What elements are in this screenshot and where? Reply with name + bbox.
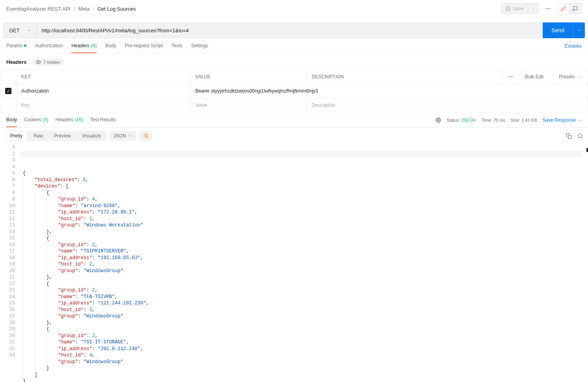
col-actions[interactable] [503,70,520,84]
dot-indicator [24,45,26,47]
tab-count: (15) [74,117,83,122]
table-row-new[interactable]: Key Value Description [0,98,588,112]
view-pretty[interactable]: Pretty [5,131,28,141]
tab-count: (8) [91,43,97,48]
headers-table: KEY VALUE DESCRIPTION Bulk Edit Presets … [0,70,588,112]
tab-count: (3) [43,117,48,122]
resp-tab-cookies[interactable]: Cookies (3) [24,117,48,127]
tab-label: Cookies [24,117,41,122]
tab-headers[interactable]: Headers (8) [71,43,96,53]
eye-icon [36,59,41,65]
presets-button[interactable]: Presets [554,70,588,84]
svg-point-2 [549,8,550,9]
chevron-down-icon [577,75,581,79]
send-label: Send [551,27,564,33]
svg-point-1 [547,8,548,9]
save-response-button[interactable]: Save Response [542,117,582,123]
wrap-button[interactable] [139,131,152,141]
dots-icon [508,74,513,80]
resp-tab-body[interactable]: Body [6,117,17,127]
crumb-sep2: / [93,6,95,12]
tab-prerequest[interactable]: Pre-request Script [125,43,163,53]
time-text: Time: 70 ms [481,118,505,122]
code-content[interactable]: { "total_devices": 5, "devices": [ { "gr… [20,144,588,382]
method-value: GET [9,28,20,33]
format-label: JSON [113,133,126,139]
svg-point-12 [578,134,582,137]
key-input[interactable]: Key [17,98,191,112]
pencil-icon [560,6,566,11]
table-row[interactable]: ✓ Authorization Bearer otyyytrhzdktzwrjo… [0,84,588,98]
tab-settings[interactable]: Settings [191,43,208,53]
svg-point-6 [512,76,512,77]
save-label: Save [513,6,524,11]
method-select[interactable]: GET [3,22,37,38]
headers-title: Headers [6,59,26,65]
minimap-thumb[interactable] [586,148,588,152]
comment-icon [573,6,578,11]
tab-label: Params [6,43,22,48]
header-key[interactable]: Authorization [17,84,191,98]
header-value[interactable]: Bearer otyyytrhzdktzwrjos00ngi1lwfkywqtn… [191,84,588,98]
svg-point-5 [510,76,511,77]
send-button[interactable]: Send [543,22,573,38]
svg-line-13 [581,137,582,138]
tab-tests[interactable]: Tests [171,43,182,53]
tab-label: Headers [71,43,89,48]
format-select[interactable]: JSON [109,131,136,141]
search-icon[interactable] [577,133,583,139]
col-value: VALUE [191,70,307,84]
checkbox-checked[interactable]: ✓ [5,88,11,94]
col-checkbox [0,70,17,84]
chevron-down-icon [577,28,582,33]
svg-point-3 [38,61,39,63]
wrap-icon [143,133,149,139]
chevron-down-icon [531,7,535,11]
col-key: KEY [17,70,191,84]
line-gutter: 1234567891011121314151617181920212223242… [0,144,20,382]
svg-point-4 [508,76,509,77]
hidden-headers-toggle[interactable]: 7 hidden [32,58,64,66]
more-options-button[interactable] [542,4,554,14]
cookies-link[interactable]: Cookies [565,43,582,53]
save-dropdown[interactable] [528,3,539,14]
save-button[interactable]: Save [501,3,528,14]
highlight-line [20,151,582,158]
send-dropdown[interactable] [573,22,585,38]
chevron-down-icon [577,118,582,122]
bulk-edit-button[interactable]: Bulk Edit [520,70,554,84]
save-response-label: Save Response [542,117,576,123]
value-input[interactable]: Value [191,98,307,112]
crumb-folder[interactable]: Meta [78,6,90,12]
tab-params[interactable]: Params [6,43,26,53]
breadcrumb: EventlogAnalyzer REST API / Meta / Get L… [6,6,136,12]
hidden-label: 7 hidden [43,60,60,65]
tab-authorization[interactable]: Authorization [35,43,63,53]
comment-button[interactable] [569,3,582,14]
svg-point-0 [546,8,547,9]
status-text: Status: 200 OK [447,118,476,122]
edit-button[interactable] [557,3,569,14]
resp-tab-headers[interactable]: Headers (15) [56,117,83,127]
view-visualize[interactable]: Visualize [76,131,106,141]
globe-icon[interactable] [436,117,441,123]
crumb-collection[interactable]: EventlogAnalyzer REST API [6,6,70,12]
size-text: Size: 1.41 KB [511,118,537,122]
copy-icon[interactable] [566,133,572,139]
presets-label: Presets [559,74,575,80]
response-body-viewer[interactable]: 1234567891011121314151617181920212223242… [0,144,588,382]
url-input[interactable]: http://localhost:8400/RestAPI/v1/meta/lo… [37,22,543,38]
tab-body[interactable]: Body [105,43,116,53]
save-icon [505,6,511,11]
crumb-sep: / [74,6,75,12]
view-raw[interactable]: Raw [28,131,48,141]
crumb-request[interactable]: Get Log Sources [97,6,136,12]
view-preview[interactable]: Preview [48,131,76,141]
svg-rect-11 [568,135,571,138]
desc-input[interactable]: Description [307,98,588,112]
resp-tab-tests[interactable]: Test Results [90,117,116,127]
chevron-down-icon [128,134,132,138]
chevron-down-icon [27,28,31,33]
col-description: DESCRIPTION [307,70,503,84]
view-mode-segment: Pretty Raw Preview Visualize [5,131,106,141]
